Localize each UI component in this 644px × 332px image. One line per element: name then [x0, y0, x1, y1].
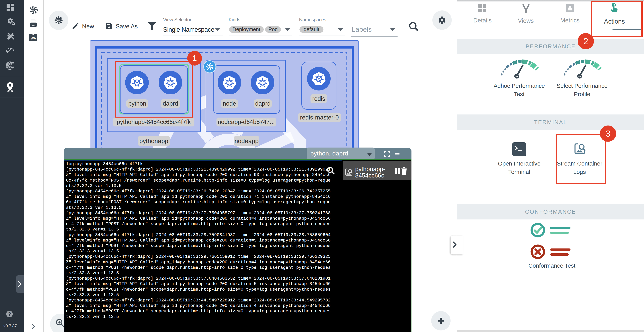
svg-text:WA: WA — [31, 36, 36, 40]
